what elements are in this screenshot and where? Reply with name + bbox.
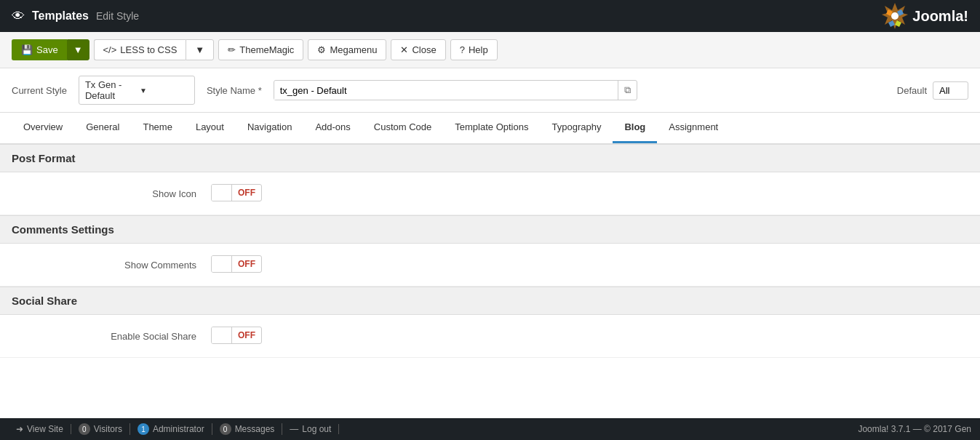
style-name-input-wrap: ⧉	[274, 80, 637, 100]
toggle-off[interactable]: OFF	[211, 327, 262, 344]
less-to-css-dropdown[interactable]: ▼	[186, 39, 214, 60]
toggle-label: OFF	[232, 185, 261, 200]
filter-select[interactable]: All	[933, 81, 968, 100]
section-title: Comments Settings	[12, 223, 968, 236]
close-button[interactable]: ✕ Close	[391, 39, 445, 60]
wand-icon: ✏	[228, 44, 236, 55]
setting-row: Enable Social ShareOFF	[0, 315, 980, 358]
toolbar: 💾 Save ▼ </> LESS to CSS ▼ ✏ ThemeMagic …	[0, 32, 980, 68]
setting-row: Show IconOFF	[0, 172, 980, 215]
filter-row: Default All	[897, 81, 968, 100]
close-icon: ✕	[400, 44, 408, 55]
top-bar: 👁 Templates Edit Style Joomla!	[0, 0, 980, 32]
toggle-track	[212, 327, 232, 343]
thememagic-label: ThemeMagic	[239, 44, 294, 55]
joomla-logo-icon	[882, 3, 908, 29]
current-style-select[interactable]: Tx Gen - Default ▼	[79, 76, 195, 105]
toggle-label: OFF	[232, 257, 261, 271]
setting-label: Show Icon	[0, 188, 211, 199]
section-header: Post Format	[0, 144, 980, 172]
tab-custom-code[interactable]: Custom Code	[362, 113, 443, 143]
tab-assignment[interactable]: Assignment	[657, 113, 730, 143]
filter-default-label: Default	[897, 85, 927, 96]
tab-add-ons[interactable]: Add-ons	[303, 113, 362, 143]
svg-point-0	[891, 12, 899, 20]
style-name-label: Style Name *	[207, 85, 262, 96]
style-row: Current Style Tx Gen - Default ▼ Style N…	[0, 68, 980, 113]
toggle-label: OFF	[232, 328, 261, 343]
close-label: Close	[412, 44, 436, 55]
content-area: Post FormatShow IconOFFComments Settings…	[0, 144, 980, 420]
top-bar-left: 👁 Templates Edit Style	[12, 9, 139, 24]
section-title: Post Format	[12, 152, 968, 164]
copy-icon[interactable]: ⧉	[618, 81, 637, 100]
setting-control: OFF	[211, 184, 980, 203]
toggle-off[interactable]: OFF	[211, 184, 262, 201]
style-name-input[interactable]	[274, 81, 618, 100]
tab-blog[interactable]: Blog	[613, 113, 657, 143]
setting-control: OFF	[211, 327, 980, 345]
filter-select-wrap: All	[933, 81, 968, 100]
nav-tabs: OverviewGeneralThemeLayoutNavigationAdd-…	[0, 113, 980, 144]
section-title: Social Share	[12, 295, 968, 307]
eye-icon: 👁	[12, 9, 25, 24]
toggle-track	[212, 256, 232, 272]
setting-label: Show Comments	[0, 260, 211, 271]
tab-overview[interactable]: Overview	[12, 113, 74, 143]
help-button[interactable]: ? Help	[450, 39, 498, 60]
tab-layout[interactable]: Layout	[184, 113, 236, 143]
less-to-css-button[interactable]: </> LESS to CSS	[94, 39, 186, 60]
save-label: Save	[36, 44, 58, 55]
section-header: Social Share	[0, 287, 980, 315]
top-bar-subtitle: Edit Style	[96, 10, 139, 22]
setting-control: OFF	[211, 255, 980, 274]
top-bar-title: Templates	[32, 9, 89, 23]
help-label: Help	[469, 44, 488, 55]
section-header: Comments Settings	[0, 215, 980, 244]
current-style-value: Tx Gen - Default	[85, 79, 134, 101]
setting-label: Enable Social Share	[0, 331, 211, 342]
joomla-logo: Joomla!	[882, 3, 968, 29]
less-to-css-label: LESS to CSS	[120, 44, 177, 55]
save-button[interactable]: 💾 Save	[12, 39, 67, 60]
toggle-track	[212, 185, 232, 201]
tab-general[interactable]: General	[74, 113, 131, 143]
tab-template-options[interactable]: Template Options	[443, 113, 540, 143]
save-icon: 💾	[21, 44, 33, 55]
tab-navigation[interactable]: Navigation	[236, 113, 303, 143]
megamenu-label: Megamenu	[330, 44, 377, 55]
tab-theme[interactable]: Theme	[131, 113, 183, 143]
bottom-bar: ➜ View Site 0 Visitors 1 Administrator 0…	[0, 418, 980, 420]
current-style-label: Current Style	[12, 85, 67, 96]
setting-row: Show CommentsOFF	[0, 244, 980, 287]
tab-typography[interactable]: Typography	[540, 113, 613, 143]
toggle-off[interactable]: OFF	[211, 255, 262, 273]
save-button-group[interactable]: 💾 Save ▼	[12, 39, 89, 60]
joomla-text: Joomla!	[912, 8, 968, 25]
save-dropdown-button[interactable]: ▼	[67, 39, 89, 60]
help-icon: ?	[460, 44, 465, 55]
megamenu-button[interactable]: ⚙ Megamenu	[308, 39, 386, 60]
chevron-down-icon: ▼	[73, 44, 83, 55]
less-to-css-group[interactable]: </> LESS to CSS ▼	[94, 39, 215, 60]
code-icon: </>	[103, 44, 117, 55]
chevron-down-icon2: ▼	[195, 44, 204, 55]
thememagic-button[interactable]: ✏ ThemeMagic	[218, 39, 303, 60]
select-arrow-icon: ▼	[140, 87, 188, 95]
menu-icon: ⚙	[317, 44, 326, 55]
